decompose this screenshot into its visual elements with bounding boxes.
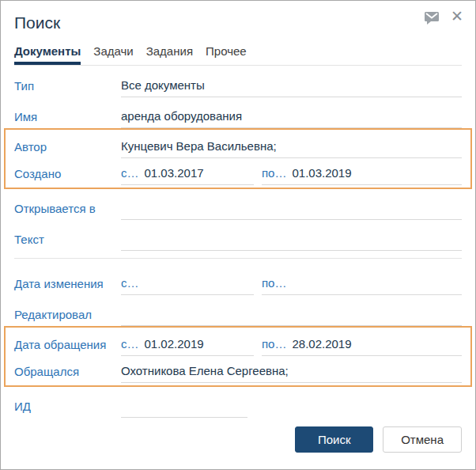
section-divider [14, 258, 462, 259]
from-prefix[interactable]: с… [121, 276, 139, 290]
accessed-label: Дата обращения [14, 338, 121, 356]
dialog-footer: Поиск Отмена [1, 426, 475, 469]
modified-from-field[interactable]: с… [121, 276, 254, 295]
close-icon[interactable]: ✕ [448, 9, 466, 26]
row-type: Тип Все документы [1, 66, 475, 97]
row-author: Автор Кунцевич Вера Васильевна; [6, 131, 470, 158]
cancel-button[interactable]: Отмена [383, 426, 462, 453]
tab-other[interactable]: Прочее [206, 41, 247, 65]
search-form: Тип Все документы Имя аренда оборудовани… [1, 66, 475, 426]
id-label: ИД [14, 400, 121, 418]
accessed-to-value: 28.02.2019 [292, 337, 351, 351]
type-label: Тип [14, 79, 121, 97]
id-field[interactable] [121, 399, 247, 418]
author-label: Автор [14, 140, 121, 158]
highlight-box-author-created: Автор Кунцевич Вера Васильевна; Создано … [4, 128, 472, 189]
created-to-value: 01.03.2019 [292, 166, 351, 180]
accessed-range: с… 01.02.2019 по… 28.02.2019 [121, 337, 462, 356]
created-from-field[interactable]: с… 01.03.2017 [121, 166, 254, 185]
row-edited-by: Редактировал [1, 295, 475, 326]
search-button[interactable]: Поиск [295, 426, 373, 453]
opens-in-field[interactable] [121, 201, 462, 220]
accessed-by-field[interactable]: Охотникова Елена Сергеевна; [121, 364, 462, 383]
header-icons: ✕ [423, 9, 466, 26]
to-prefix[interactable]: по… [262, 337, 286, 351]
created-to-field[interactable]: по… 01.03.2019 [262, 166, 462, 185]
row-modified: Дата изменения с… по… [1, 264, 475, 295]
to-prefix[interactable]: по… [262, 276, 286, 290]
accessed-from-field[interactable]: с… 01.02.2019 [121, 337, 254, 356]
row-accessed: Дата обращения с… 01.02.2019 по… 28.02.2… [6, 329, 470, 356]
type-field[interactable]: Все документы [121, 78, 462, 97]
name-field[interactable]: аренда оборудования [121, 109, 462, 128]
tab-tasks[interactable]: Задачи [93, 41, 133, 65]
to-prefix[interactable]: по… [262, 166, 286, 180]
row-name: Имя аренда оборудования [1, 97, 475, 128]
highlight-box-accessed: Дата обращения с… 01.02.2019 по… 28.02.2… [4, 326, 472, 387]
modified-range: с… по… [121, 276, 462, 295]
text-label: Текст [14, 233, 121, 251]
tab-bar: Документы Задачи Задания Прочее [14, 41, 462, 66]
row-created: Создано с… 01.03.2017 по… 01.03.2019 [6, 158, 470, 185]
accessed-by-label: Обращался [14, 365, 121, 383]
dialog-header: Поиск ✕ [1, 1, 475, 34]
created-range: с… 01.03.2017 по… 01.03.2019 [121, 166, 462, 185]
tab-documents[interactable]: Документы [14, 41, 81, 65]
from-prefix[interactable]: с… [121, 166, 139, 180]
created-label: Создано [14, 167, 121, 185]
name-label: Имя [14, 110, 121, 128]
modified-to-field[interactable]: по… [262, 276, 462, 295]
row-id: ИД [1, 387, 475, 418]
created-from-value: 01.03.2017 [145, 166, 204, 180]
edited-by-field[interactable] [121, 307, 462, 326]
opens-in-label: Открывается в [14, 202, 121, 220]
from-prefix[interactable]: с… [121, 337, 139, 351]
row-text: Текст [1, 220, 475, 251]
tab-assignments[interactable]: Задания [146, 41, 193, 65]
text-field[interactable] [121, 232, 462, 251]
author-field[interactable]: Кунцевич Вера Васильевна; [121, 139, 462, 158]
edited-by-label: Редактировал [14, 308, 121, 326]
accessed-from-value: 01.02.2019 [145, 337, 204, 351]
row-accessed-by: Обращался Охотникова Елена Сергеевна; [6, 356, 470, 383]
modified-label: Дата изменения [14, 277, 121, 295]
dialog-title: Поиск [14, 12, 462, 34]
message-bubble-icon[interactable] [423, 10, 440, 25]
search-dialog: Поиск ✕ Документы Задачи Задания Прочее … [0, 0, 476, 470]
accessed-to-field[interactable]: по… 28.02.2019 [262, 337, 462, 356]
row-opens-in: Открывается в [1, 189, 475, 220]
